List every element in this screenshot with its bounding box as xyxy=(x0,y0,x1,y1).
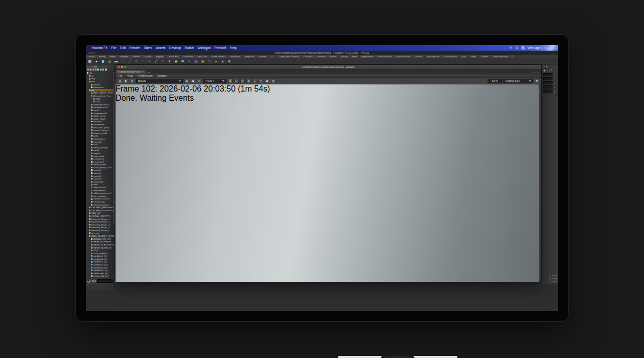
filter-input[interactable] xyxy=(97,279,113,283)
shelf-tool-icon[interactable]: ▬ xyxy=(114,59,119,64)
shelf-tool-icon[interactable]: + xyxy=(121,59,125,64)
param-tool-icon[interactable]: ✱ xyxy=(543,69,545,72)
param-field[interactable] xyxy=(543,90,553,93)
nav-back-icon[interactable]: ‹ xyxy=(87,65,88,68)
lock-icon[interactable]: 🔓 xyxy=(228,79,233,83)
param-field[interactable] xyxy=(543,85,553,88)
tree-node-row[interactable]: HERO_PLACEMENT xyxy=(91,243,114,247)
toolbar-icon[interactable]: ⊙ xyxy=(234,79,239,83)
menu-item[interactable]: Redshift xyxy=(214,46,226,50)
render-window-title-bar[interactable]: Houdini Indie Limited-Commercial - panel… xyxy=(116,65,541,70)
shelf-tab[interactable]: Model xyxy=(108,55,118,58)
toolbar-icon[interactable]: ▭ xyxy=(197,79,201,83)
render-menu-item[interactable]: Preferences xyxy=(137,74,152,77)
zoom-percent-field[interactable]: 62 % xyxy=(488,79,502,83)
shelf-tool-icon[interactable]: ▦ xyxy=(87,59,92,64)
shelf-tab[interactable]: Deform xyxy=(130,55,142,58)
tree-breadcrumb[interactable]: obj xyxy=(93,65,97,68)
toolbar-icon[interactable]: ▤ xyxy=(118,79,122,83)
window-traffic-lights[interactable] xyxy=(88,52,95,54)
tree-node-row[interactable]: CACHED_MAINSHAPE xyxy=(89,206,114,209)
recent-node-icon[interactable] xyxy=(102,69,104,71)
shelf-tool-icon[interactable]: ✳ xyxy=(207,59,212,64)
nav-forward-icon[interactable]: › xyxy=(89,65,90,68)
shelf-tool-icon[interactable]: ✱ xyxy=(180,59,185,64)
toolbar-icon[interactable]: ⟳ xyxy=(130,79,134,83)
menu-item[interactable]: Windows xyxy=(197,46,211,50)
shelf-tab[interactable]: Crowds xyxy=(479,55,491,58)
pane-maximize-icon[interactable] xyxy=(537,71,540,74)
shelf-tool-icon[interactable]: ▲ xyxy=(220,59,225,64)
menu-item[interactable]: File xyxy=(111,46,117,50)
tree-node-row[interactable]: CACHED_Secondary xyxy=(89,209,114,212)
tree-node-row[interactable]: ANIMATION_REF xyxy=(91,237,114,240)
tree-node-row[interactable]: Atmospheric_Fog xyxy=(91,95,114,98)
toolbar-icon[interactable]: ✛ xyxy=(259,79,263,83)
shelf-tab[interactable]: MPM xyxy=(350,55,360,58)
tab-close-icon[interactable]: × xyxy=(142,71,144,73)
shelf-tab[interactable]: SOP Pyro FX xyxy=(425,55,442,58)
shelf-tool-icon[interactable]: ● xyxy=(94,59,99,64)
shelf-tab[interactable]: Simple FX xyxy=(243,55,257,58)
add-tab-button[interactable]: + xyxy=(146,71,152,74)
shelf-tab[interactable]: Terrain FX xyxy=(228,55,242,58)
search-icon[interactable] xyxy=(515,46,519,50)
menu-item[interactable]: Assets xyxy=(156,46,166,50)
shelf-tab[interactable]: Create xyxy=(86,55,97,58)
node-plug-icon[interactable]: ⌁ xyxy=(554,73,555,76)
shelf-tab[interactable]: Polygon xyxy=(118,55,130,58)
wifi-icon[interactable] xyxy=(509,46,513,50)
home-icon[interactable]: ⌂ xyxy=(90,65,92,68)
shelf-tool-icon[interactable]: ◉ xyxy=(200,59,205,64)
tree-node-row[interactable]: FREEZE_FRAME xyxy=(91,240,114,243)
shelf-tab[interactable]: Vellum xyxy=(339,55,350,58)
shelf-tab[interactable]: Hair Utils xyxy=(196,55,210,58)
param-tool-icon[interactable]: ? xyxy=(550,69,552,72)
param-tool-icon[interactable]: ○ xyxy=(546,69,548,72)
toolbar-icon[interactable]: ⊕ xyxy=(246,79,251,83)
shelf-tab[interactable]: Oceans xyxy=(412,55,424,58)
shelf-tab[interactable]: Guide Process xyxy=(210,55,228,58)
param-tool-icon[interactable]: i xyxy=(549,69,549,72)
shelf-tool-icon[interactable]: ◎ xyxy=(107,59,112,64)
shelf-tool-icon[interactable]: ╱ xyxy=(154,59,158,64)
shelf-tab[interactable]: Volume xyxy=(257,55,269,58)
shelf-tool-icon[interactable]: ∿ xyxy=(147,59,152,64)
shelf-tab[interactable]: + xyxy=(511,55,517,58)
node-plug-icon[interactable]: ⌁ xyxy=(554,85,555,88)
toolbar-icon[interactable]: ▶ xyxy=(124,79,128,83)
shelf-tab[interactable]: Collisions xyxy=(302,55,315,58)
param-field[interactable] xyxy=(543,73,553,76)
auto-selector[interactable]: < Auto > xyxy=(203,79,226,83)
node-plug-icon[interactable]: ⌁ xyxy=(554,90,555,93)
recent-node-icon[interactable] xyxy=(87,69,89,71)
toolbar-icon[interactable]: ◎ xyxy=(240,79,245,83)
shelf-tab[interactable]: Viscous Fluids xyxy=(394,55,412,58)
menu-item[interactable]: Render xyxy=(129,46,140,50)
shelf-tab[interactable]: Modify xyxy=(97,55,108,58)
render-traffic-lights[interactable] xyxy=(116,66,126,68)
shelf-tool-icon[interactable]: ◆ xyxy=(174,59,178,64)
tree-node-row[interactable]: ADD_QUICK_TEST xyxy=(91,92,114,95)
menu-item[interactable]: Houdini FX xyxy=(91,46,108,50)
shelf-tab[interactable]: Rigid Bodies xyxy=(360,55,377,58)
menu-item[interactable]: Edit xyxy=(120,46,126,50)
shelf-tab[interactable]: Wires xyxy=(469,55,479,58)
shelf-tab[interactable]: Texture xyxy=(142,55,154,58)
shelf-tab[interactable]: PDG xyxy=(459,55,469,58)
pass-selector[interactable]: Beauty xyxy=(136,79,183,83)
node-plug-icon[interactable]: ⌁ xyxy=(554,81,555,84)
recent-node-icon[interactable] xyxy=(92,69,94,71)
node-plug-icon[interactable]: ⌁ xyxy=(554,77,555,80)
shelf-tab[interactable]: Particle Fluids xyxy=(376,55,394,58)
shelf-tab[interactable]: Rigging xyxy=(154,55,166,58)
tree-node-row[interactable]: INPUT_BUBBLES xyxy=(91,246,114,249)
toolbar-icon[interactable]: ▥ xyxy=(271,79,275,83)
recent-node-icon[interactable] xyxy=(100,69,102,71)
shelf-tab[interactable]: DOP Pyro FX xyxy=(442,55,459,58)
render-menu-item[interactable]: File xyxy=(118,74,123,77)
param-field[interactable] xyxy=(543,77,553,80)
shelf-tab[interactable]: Lights and Cameras xyxy=(278,55,301,58)
gear-icon[interactable]: ✱ xyxy=(535,79,539,83)
toolbar-icon[interactable]: ◉ xyxy=(185,79,189,83)
